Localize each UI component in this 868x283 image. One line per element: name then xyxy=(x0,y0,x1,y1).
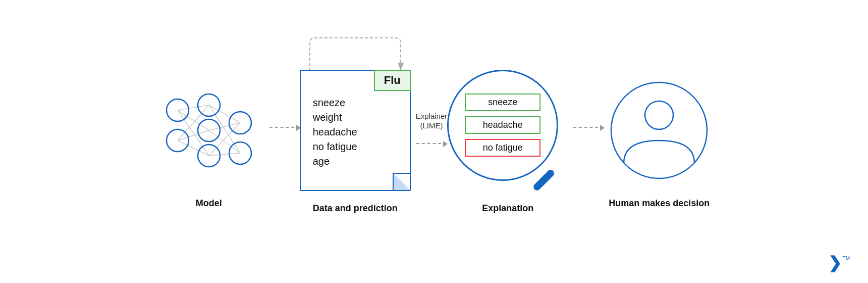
feature-sneeze: sneeze xyxy=(313,97,398,109)
svg-line-10 xyxy=(209,123,240,156)
svg-line-2 xyxy=(178,110,209,156)
svg-line-11 xyxy=(209,153,240,156)
brand-tm: TM xyxy=(843,256,850,261)
main-container: Model Flu sneeze weight headache no fati… xyxy=(0,0,868,283)
prediction-label: Flu xyxy=(374,70,411,91)
feature-weight: weight xyxy=(313,112,398,123)
human-label: Human makes decision xyxy=(609,198,710,209)
data-label: Data and prediction xyxy=(313,203,398,214)
data-section: Flu sneeze weight headache no fatigue ag… xyxy=(300,70,411,214)
svg-line-0 xyxy=(178,105,209,110)
svg-rect-20 xyxy=(533,168,556,191)
model-label: Model xyxy=(196,198,222,209)
explainer-connector: Explainer (LIME) xyxy=(416,111,448,144)
model-section: Model xyxy=(153,75,264,209)
svg-line-5 xyxy=(178,140,209,156)
svg-point-22 xyxy=(645,101,673,129)
arrow-explanation-human xyxy=(573,127,604,128)
arrow-model-data xyxy=(269,127,300,128)
explanation-sneeze: sneeze xyxy=(465,93,540,111)
doc-card: Flu sneeze weight headache no fatigue ag… xyxy=(300,70,411,191)
human-section: Human makes decision xyxy=(604,75,715,209)
feature-age: age xyxy=(313,156,398,167)
explanation-section: sneeze headache no fatigue Explanation xyxy=(447,70,568,214)
explanation-label: Explanation xyxy=(482,203,533,214)
brand-chevron-icon: ❯ xyxy=(828,255,842,271)
human-visual xyxy=(604,75,715,186)
svg-line-9 xyxy=(209,130,240,153)
feature-no-fatigue: no fatigue xyxy=(313,141,398,153)
magnifier: sneeze headache no fatigue xyxy=(447,70,568,191)
explainer-label: Explainer (LIME) xyxy=(416,111,448,131)
model-visual xyxy=(153,75,264,186)
svg-point-21 xyxy=(611,82,707,178)
feature-headache: headache xyxy=(313,126,398,138)
explanation-headache: headache xyxy=(465,116,540,134)
explanation-no-fatigue: no fatigue xyxy=(465,139,540,157)
brand-mark: ❯ TM xyxy=(828,255,850,271)
magnifier-handle-svg xyxy=(533,156,568,191)
